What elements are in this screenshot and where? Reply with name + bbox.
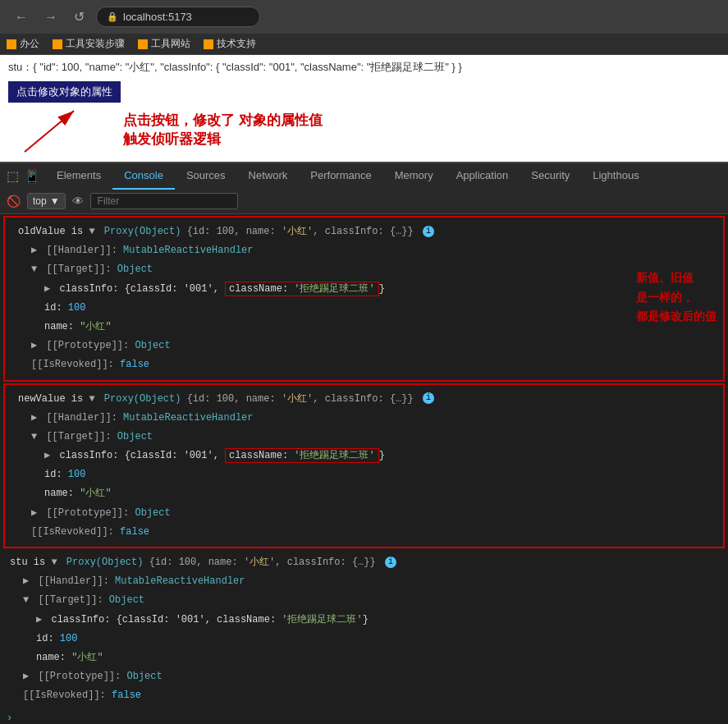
stu-section: stu is Proxy(Object) {id: 100, name: '小红…: [0, 550, 728, 709]
proxy-text-3: Proxy(Object): [66, 557, 149, 568]
id-line-2: id: 100: [11, 465, 717, 484]
annotation-text-line2: 是一样的，: [636, 289, 717, 309]
page-url-text: stu：{ "id": 100, "name": "小红", "classInf…: [8, 60, 720, 75]
id-line-1: id: 100: [11, 299, 717, 318]
bookmark-tech-support[interactable]: 技术支持: [204, 37, 256, 51]
isrevoked-line-1: [[IsRevoked]]: false: [11, 355, 717, 374]
modify-object-button[interactable]: 点击修改对象的属性: [8, 81, 121, 103]
prompt-symbol: ›: [7, 713, 12, 724]
handler-line-2: [[Handler]]: MutableReactiveHandler: [11, 409, 717, 428]
prototype-line-1: [[Prototype]]: Object: [11, 337, 717, 355]
classinfo-triangle-1[interactable]: [44, 283, 50, 295]
lock-icon: 🔒: [107, 11, 118, 22]
context-dropdown-icon: ▼: [50, 195, 60, 207]
classinfo-line-2: classInfo: {classId: '001', className: '…: [11, 447, 717, 465]
svg-line-1: [25, 111, 74, 152]
bookmark-tools-site[interactable]: 工具网站: [138, 37, 190, 51]
bookmarks-bar: 办公 工具安装步骤 工具网站 技术支持: [0, 34, 728, 55]
prototype-line-3: [[Prototype]]: Object: [3, 667, 725, 686]
tab-application[interactable]: Application: [445, 163, 520, 190]
prototype-triangle-1[interactable]: [31, 340, 37, 351]
proxy-text-1: Proxy(Object): [104, 226, 187, 237]
name-line-2: name: "小红": [11, 484, 717, 503]
context-selector[interactable]: top ▼: [27, 193, 66, 209]
tab-console[interactable]: Console: [112, 163, 175, 190]
proxy-triangle-2[interactable]: [89, 393, 94, 405]
annotation-text-line1: 新值、旧值: [636, 269, 717, 289]
target-triangle-3[interactable]: [23, 594, 29, 606]
classname-highlight-1: className: '拒绝踢足球二班': [225, 282, 379, 296]
stu-line: stu is Proxy(Object) {id: 100, name: '小红…: [3, 553, 725, 572]
name-line-1: name: "小红": [11, 318, 717, 337]
prototype-triangle-3[interactable]: [23, 671, 29, 682]
classinfo-triangle-3[interactable]: [36, 614, 42, 625]
back-button[interactable]: ←: [10, 8, 33, 26]
target-line-1: [[Target]]: Object: [11, 260, 717, 279]
info-icon-3[interactable]: i: [385, 557, 396, 568]
info-icon-1[interactable]: i: [423, 226, 434, 237]
proxy-summary-3: {id: 100, name: ': [149, 557, 250, 568]
handler-triangle-3[interactable]: [23, 575, 29, 587]
classname-highlight-2: className: '拒绝踢足球二班': [225, 448, 379, 463]
bookmark-icon-tools-install: [53, 39, 62, 49]
target-triangle-2[interactable]: [31, 431, 37, 442]
new-value-line: newValue is Proxy(Object) {id: 100, name…: [11, 390, 717, 409]
proxy-triangle-3[interactable]: [51, 557, 57, 568]
tab-memory[interactable]: Memory: [383, 163, 445, 190]
proxy-text-2: Proxy(Object): [104, 393, 187, 405]
bookmark-office[interactable]: 办公: [7, 37, 39, 51]
bookmark-label-tools-site: 工具网站: [151, 37, 190, 51]
classinfo-line-3: classInfo: {classId: '001', className: '…: [3, 611, 725, 630]
right-annotation: 新值、旧值 是一样的， 都是修改后的值: [636, 269, 717, 328]
bookmark-icon-tech-support: [204, 39, 213, 49]
tab-sources[interactable]: Sources: [175, 163, 237, 190]
filter-input[interactable]: [90, 193, 238, 209]
proxy-summary-2: {id: 100, name: ': [187, 393, 287, 405]
tab-elements[interactable]: Elements: [45, 163, 112, 190]
tab-lighthouse[interactable]: Lighthous: [581, 163, 650, 190]
proxy-summary-1: {id: 100, name: ': [187, 226, 287, 237]
info-icon-2[interactable]: i: [423, 392, 434, 404]
console-output: 新值、旧值 是一样的， 都是修改后的值 oldValue is Proxy(Ob…: [0, 214, 728, 724]
tab-network[interactable]: Network: [237, 163, 300, 190]
tab-performance[interactable]: Performance: [299, 163, 382, 190]
url-text: localhost:5173: [123, 11, 192, 23]
isrevoked-line-3: [[IsRevoked]]: false: [3, 686, 725, 705]
isrevoked-line-2: [[IsRevoked]]: false: [11, 523, 717, 542]
devtools-device-icon[interactable]: 📱: [24, 168, 40, 184]
target-triangle-1[interactable]: [31, 263, 37, 275]
handler-triangle-1[interactable]: [31, 245, 37, 256]
bookmark-tools-install[interactable]: 工具安装步骤: [53, 37, 125, 51]
bookmark-label-office: 办公: [20, 37, 39, 51]
old-value-label: oldValue is: [18, 226, 89, 237]
id-line-3: id: 100: [3, 630, 725, 648]
clear-console-icon[interactable]: 🚫: [7, 195, 21, 208]
bookmark-label-tech-support: 技术支持: [217, 37, 256, 51]
proxy-triangle-1[interactable]: [89, 226, 94, 237]
prototype-triangle-2[interactable]: [31, 507, 37, 519]
target-line-2: [[Target]]: Object: [11, 428, 717, 447]
forward-button[interactable]: →: [39, 8, 62, 26]
context-label: top: [33, 195, 47, 207]
tab-security[interactable]: Security: [520, 163, 581, 190]
eye-icon[interactable]: 👁: [72, 195, 84, 208]
address-bar[interactable]: 🔒 localhost:5173: [96, 7, 260, 27]
classinfo-triangle-2[interactable]: [44, 450, 50, 461]
prototype-line-2: [[Prototype]]: Object: [11, 504, 717, 523]
handler-line-1: [[Handler]]: MutableReactiveHandler: [11, 241, 717, 260]
annotation-arrow: [8, 103, 172, 160]
reload-button[interactable]: ↺: [69, 7, 89, 26]
bookmark-icon-tools-site: [138, 39, 148, 49]
devtools-panel: ⬚ 📱 Elements Console Sources Network Per…: [0, 162, 728, 724]
stu-label: stu is: [10, 557, 51, 568]
classinfo-line-1: classInfo: {classId: '001', className: '…: [11, 280, 717, 299]
annotation-text-line3: 都是修改后的值: [636, 309, 717, 328]
browser-chrome: ← → ↺ 🔒 localhost:5173 办公 工具安装步骤 工具网站 技术…: [0, 0, 728, 55]
old-value-section: 新值、旧值 是一样的， 都是修改后的值 oldValue is Proxy(Ob…: [3, 216, 725, 382]
devtools-inspect-icon[interactable]: ⬚: [7, 168, 19, 184]
name-line-3: name: "小红": [3, 648, 725, 667]
handler-triangle-2[interactable]: [31, 412, 37, 424]
bookmark-label-tools-install: 工具安装步骤: [66, 37, 125, 51]
target-line-3: [[Target]]: Object: [3, 591, 725, 610]
browser-toolbar: ← → ↺ 🔒 localhost:5173: [0, 0, 728, 34]
